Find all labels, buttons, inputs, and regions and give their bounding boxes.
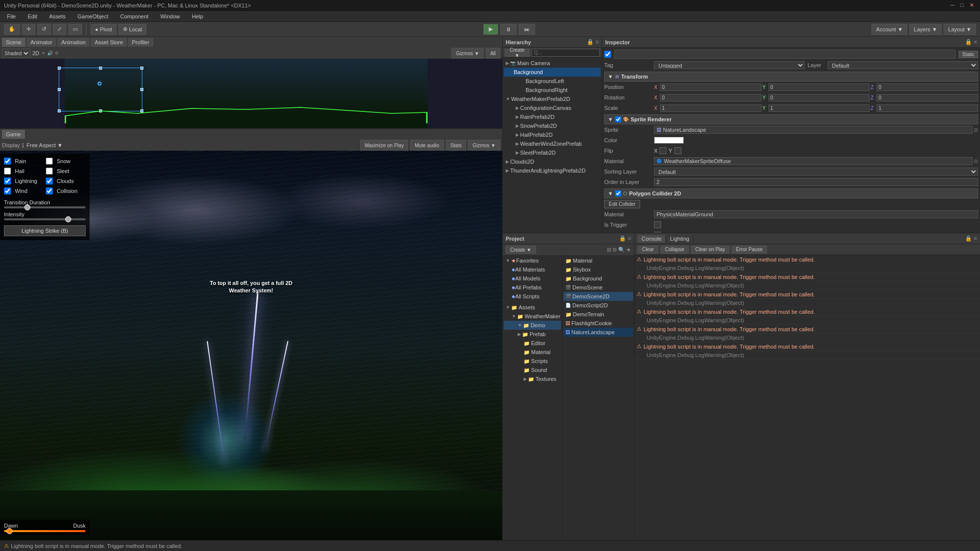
maximize-on-play[interactable]: Maximize on Play [360, 140, 408, 151]
console-item-8[interactable]: UnityEngine.Debug.LogWarning(Object) [635, 316, 980, 325]
project-lock[interactable]: 🔒 [619, 235, 626, 242]
project-weather-maker[interactable]: ▼ 📁 WeatherMaker [504, 312, 561, 321]
collision-checkbox[interactable] [46, 187, 53, 194]
object-name-field[interactable]: Background [614, 50, 956, 59]
play-btn[interactable]: ▶ [483, 24, 498, 35]
hierarchy-item-sleet[interactable]: ▶ SleetPrefab2D [504, 148, 601, 157]
project-prefab-folder[interactable]: ▶ 📁 Prefab [504, 330, 561, 339]
sprite-pick[interactable]: ⊙ [974, 127, 978, 133]
hierarchy-item-background[interactable]: Background [504, 68, 601, 77]
layout-btn[interactable]: Layout ▼ [944, 24, 976, 35]
rect-tool[interactable]: ▭ [68, 24, 82, 35]
intensity-thumb[interactable] [65, 216, 71, 222]
tab-scene[interactable]: Scene [2, 38, 25, 47]
hierarchy-item-rain[interactable]: ▶ RainPrefab2D [504, 112, 601, 121]
hail-checkbox[interactable] [4, 168, 11, 175]
pos-x-input[interactable] [660, 84, 762, 91]
sleet-checkbox[interactable] [46, 168, 53, 175]
close-btn[interactable]: ✕ [970, 2, 974, 8]
project-search[interactable]: 🔍 [618, 247, 625, 253]
order-in-layer-input[interactable] [654, 178, 978, 186]
local-btn[interactable]: ⊕ Local [118, 24, 146, 35]
view-2d[interactable]: 2D [32, 50, 39, 56]
menu-help[interactable]: Help [189, 12, 206, 20]
project-file-flashlight[interactable]: 🖼 FlashlightCookie [563, 319, 633, 328]
hierarchy-item-main-camera[interactable]: ▶ 📷 Main Camera [504, 59, 601, 68]
project-file-demoscript2d[interactable]: 📄 DemoScript2D [563, 301, 633, 310]
console-item-9[interactable]: ⚠ Lightning bolt script is in manual mod… [635, 325, 980, 334]
project-all-prefabs[interactable]: ◆ All Prefabs [504, 283, 561, 292]
all-btn[interactable]: All [486, 48, 500, 59]
hierarchy-item-snow[interactable]: ▶ SnowPrefab2D [504, 121, 601, 130]
project-file-demoterrain[interactable]: 📁 DemoTerrain [563, 310, 633, 319]
scene-canvas[interactable]: + [0, 59, 502, 128]
tab-lighting[interactable]: Lighting [666, 235, 694, 243]
is-trigger-check[interactable] [654, 221, 661, 228]
material-pick[interactable]: ⊙ [974, 158, 978, 165]
transition-duration-track[interactable] [4, 206, 86, 208]
project-material[interactable]: 📁 Material [504, 348, 561, 357]
project-textures[interactable]: ▶ 📁 Textures [504, 374, 561, 383]
tab-animator[interactable]: Animator [26, 38, 56, 47]
minimize-btn[interactable]: ─ [951, 2, 955, 8]
sorting-layer-select[interactable]: Default [654, 168, 978, 176]
hierarchy-item-clouds2d[interactable]: ▶ Clouds2D [504, 157, 601, 166]
project-file-background[interactable]: 📁 Background [563, 274, 633, 283]
clouds-checkbox[interactable] [46, 178, 53, 184]
tab-game[interactable]: Game [2, 130, 25, 139]
hierarchy-item-hail[interactable]: ▶ HailPrefab2D [504, 130, 601, 139]
rot-y-input[interactable] [768, 94, 870, 101]
console-menu[interactable]: ≡ [974, 235, 977, 242]
console-item-3[interactable]: ⚠ Lightning bolt script is in manual mod… [635, 273, 980, 281]
pos-y-input[interactable] [768, 84, 870, 91]
menu-window[interactable]: Window [157, 12, 183, 20]
console-clear-play-btn[interactable]: Clear on Play [691, 246, 730, 254]
account-btn[interactable]: Account ▼ [871, 24, 907, 35]
dawn-dusk-thumb[interactable] [6, 528, 12, 534]
project-scripts[interactable]: 📁 Scripts [504, 357, 561, 366]
hierarchy-item-bg-right[interactable]: BackgroundRight [510, 86, 601, 94]
color-preview[interactable] [654, 137, 684, 144]
inspector-lock[interactable]: 🔒 [965, 39, 972, 45]
project-file-material[interactable]: 📁 Material [563, 256, 633, 265]
project-file-demoscene2d[interactable]: 🎬 DemoScene2D [563, 292, 633, 301]
stats-btn[interactable]: Stats [446, 140, 466, 151]
hierarchy-item-config[interactable]: ▶ ConfigurationCanvas [504, 103, 601, 112]
console-item-7[interactable]: ⚠ Lightning bolt script is in manual mod… [635, 307, 980, 316]
sr-enabled[interactable] [615, 116, 621, 122]
wind-checkbox[interactable] [4, 187, 11, 194]
lightning-strike-btn[interactable]: Lightning Strike (B) [4, 225, 86, 236]
pivot-btn[interactable]: ● Pivot [91, 24, 116, 35]
console-error-pause-btn[interactable]: Error Pause [732, 246, 767, 254]
scale-y-input[interactable] [768, 104, 870, 112]
pc-enabled[interactable] [615, 190, 621, 196]
hierarchy-item-wm-prefab[interactable]: ▼ WeatherMakerPrefab2D [504, 94, 601, 103]
hierarchy-menu[interactable]: ≡ [596, 39, 599, 45]
project-favorites-header[interactable]: ▼ ★ Favorites [504, 256, 561, 265]
transition-duration-thumb[interactable] [24, 204, 30, 210]
console-item-2[interactable]: UnityEngine.Debug.LogWarning(Object) [635, 264, 980, 273]
flip-y-check[interactable] [674, 147, 681, 154]
hierarchy-create-btn[interactable]: Create ▼ [505, 49, 530, 57]
project-file-skybox[interactable]: 📁 Skybox [563, 265, 633, 274]
project-extra[interactable]: ★ [626, 247, 631, 253]
hierarchy-item-thunder[interactable]: ▶ ThunderAndLightningPrefab2D [504, 166, 601, 175]
console-lock[interactable]: 🔒 [965, 235, 972, 242]
rot-x-input[interactable] [660, 94, 762, 101]
mute-audio[interactable]: Mute audio [410, 140, 443, 151]
console-item-11[interactable]: ⚠ Lightning bolt script is in manual mod… [635, 342, 980, 351]
tab-asset-store[interactable]: Asset Store [91, 38, 127, 47]
project-file-nature[interactable]: 🖼 NatureLandscape [563, 328, 633, 337]
sr-expand[interactable]: ▼ [608, 116, 613, 122]
menu-assets[interactable]: Assets [46, 12, 69, 20]
edit-collider-btn[interactable]: Edit Collider [604, 200, 640, 208]
object-active-checkbox[interactable] [604, 51, 611, 58]
maximize-btn[interactable]: □ [960, 2, 964, 8]
tab-console[interactable]: Console [638, 235, 666, 243]
project-assets-header[interactable]: ▼ 📁 Assets [504, 303, 561, 312]
project-sound[interactable]: 📁 Sound [504, 366, 561, 374]
scale-z-input[interactable] [876, 104, 978, 112]
console-clear-btn[interactable]: Clear [638, 246, 658, 254]
rot-z-input[interactable] [876, 94, 978, 101]
menu-component[interactable]: Component [117, 12, 151, 20]
